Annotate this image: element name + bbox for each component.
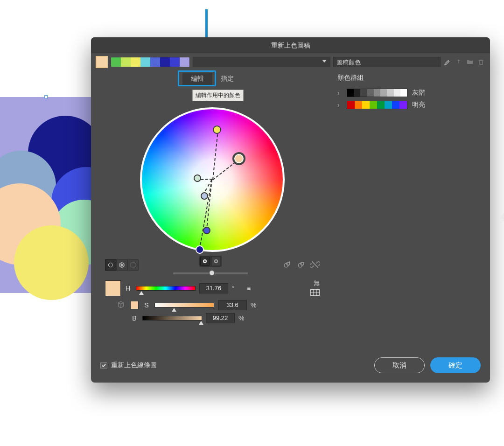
edit-panel: 編輯 指定 編輯作用中的顏色 xyxy=(96,71,329,326)
brightness-value-slider[interactable] xyxy=(142,316,202,321)
wheel-color-node-selected[interactable] xyxy=(232,152,245,165)
hue-label: H xyxy=(124,285,132,292)
wheel-color-node[interactable] xyxy=(213,125,221,134)
brightness-slider[interactable] xyxy=(173,272,248,274)
edit-assign-tabs: 編輯 指定 xyxy=(96,73,329,85)
group-swatch-strip xyxy=(347,89,407,97)
saturation-label: S xyxy=(142,301,151,309)
saturation-value[interactable]: 33.6 xyxy=(218,300,247,310)
art-circle xyxy=(14,225,89,300)
panel-expand-flag-icon[interactable] xyxy=(499,213,504,221)
hsb-panel: H 31.76 ° ≡ 無 S xyxy=(96,274,329,323)
ok-button[interactable]: 確定 xyxy=(430,357,481,373)
recolor-lineart-label: 重新上色線條圖 xyxy=(111,361,157,369)
current-color-swatch[interactable] xyxy=(105,280,121,296)
tab-edit[interactable]: 編輯 xyxy=(182,73,212,85)
harmony-preset-dropdown[interactable] xyxy=(193,57,330,67)
group-label: 明亮 xyxy=(412,101,425,109)
artwork-swatch-strip[interactable] xyxy=(111,57,190,67)
save-group-icon[interactable] xyxy=(455,58,463,66)
group-swatch-strip xyxy=(347,101,407,109)
brightness-value[interactable]: 99.22 xyxy=(206,313,235,323)
secondary-swatch[interactable] xyxy=(130,301,139,309)
smooth-wheel-button[interactable] xyxy=(105,259,116,271)
color-groups-title: 顏色群組 xyxy=(337,74,485,82)
remove-color-tool-icon[interactable] xyxy=(296,260,306,271)
hue-slider[interactable] xyxy=(136,286,196,291)
color-wheel[interactable] xyxy=(140,107,285,252)
color-group-name-field[interactable]: 圖稿顏色 xyxy=(333,57,441,67)
saturation-slider[interactable] xyxy=(154,303,214,307)
cube-icon xyxy=(117,301,125,310)
color-group-item[interactable]: › 明亮 xyxy=(337,99,485,111)
color-group-item[interactable]: › 灰階 xyxy=(337,87,485,99)
hue-unit: ° xyxy=(232,285,239,292)
artwork-canvas xyxy=(0,97,98,293)
color-groups-panel: 顏色群組 › 灰階 › 明亮 xyxy=(329,71,485,326)
unlink-harmony-icon[interactable] xyxy=(310,260,320,271)
chevron-right-icon: › xyxy=(337,101,342,109)
color-bars-button[interactable] xyxy=(127,259,139,271)
recolor-dialog: 重新上色圖稿 圖稿顏色 編輯 指定 編輯 xyxy=(91,37,490,383)
wheel-controls xyxy=(96,256,329,274)
segmented-wheel-button[interactable] xyxy=(116,259,127,271)
add-color-tool-icon[interactable] xyxy=(282,260,292,271)
dialog-title: 重新上色圖稿 xyxy=(91,37,490,53)
color-grid-icon[interactable] xyxy=(310,289,320,297)
brightness-unit: % xyxy=(238,314,246,322)
wheel-color-node[interactable] xyxy=(194,174,201,182)
chevron-down-icon xyxy=(322,60,327,63)
wheel-color-node[interactable] xyxy=(203,227,210,234)
top-toolbar: 圖稿顏色 xyxy=(91,53,490,71)
wheel-color-node[interactable] xyxy=(196,245,204,254)
hsb-mode-button[interactable] xyxy=(200,257,210,266)
saturation-unit: % xyxy=(251,301,258,309)
cancel-button[interactable]: 取消 xyxy=(374,357,425,373)
brightness-label: B xyxy=(130,314,139,322)
brightness-mode-button[interactable] xyxy=(211,257,221,266)
group-label: 灰階 xyxy=(412,89,425,97)
color-mode-menu-icon[interactable]: ≡ xyxy=(243,285,254,292)
recolor-lineart-checkbox[interactable] xyxy=(100,362,107,369)
tab-assign[interactable]: 指定 xyxy=(212,73,242,85)
dialog-footer: 重新上色線條圖 取消 確定 xyxy=(91,350,490,383)
chevron-right-icon: › xyxy=(337,89,342,97)
selection-handle[interactable] xyxy=(44,95,48,98)
wheel-color-node[interactable] xyxy=(201,192,208,200)
none-label: 無 xyxy=(314,279,320,286)
eyedropper-icon[interactable] xyxy=(443,58,452,66)
trash-icon[interactable] xyxy=(477,58,485,66)
slider-knob[interactable] xyxy=(209,270,215,276)
hue-value[interactable]: 31.76 xyxy=(199,283,228,293)
tooltip: 編輯作用中的顏色 xyxy=(192,90,244,101)
folder-icon[interactable] xyxy=(466,58,474,66)
active-color-swatch[interactable] xyxy=(96,56,108,68)
